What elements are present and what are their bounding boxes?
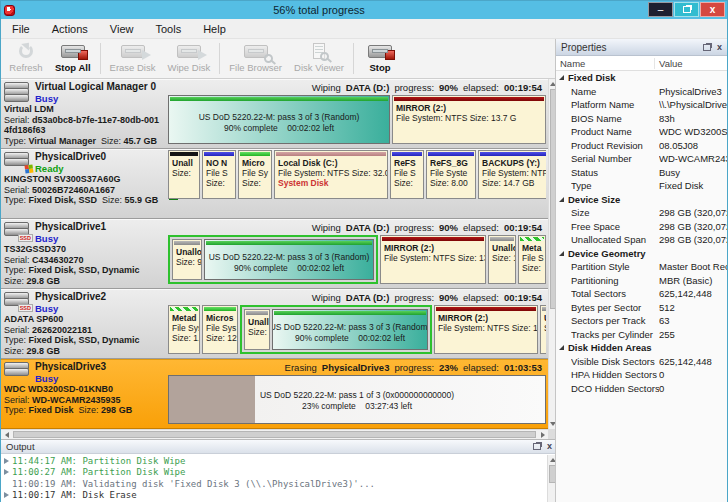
wipe-progress-block[interactable]: US DoD 5220.22-M: pass 3 of 3 (Random) 9… <box>272 309 428 350</box>
partition-block-system[interactable]: Local Disk (C:)File System: NTFS Size: 3… <box>274 150 388 199</box>
scroll-thumb[interactable] <box>13 431 536 438</box>
erase-disk-icon <box>121 45 145 58</box>
property-row[interactable]: Product Revision08.05J08 <box>556 139 727 153</box>
status-badge: Busy <box>35 233 106 244</box>
property-row[interactable]: Total Sectors625,142,448 <box>556 287 727 301</box>
property-row[interactable]: Sectors per Track63 <box>556 314 727 328</box>
disk-row-physicaldrive0[interactable]: PhysicalDrive0 Ready KINGSTON SV300S37A6… <box>1 149 548 219</box>
expander-icon[interactable] <box>559 75 564 80</box>
section-disk-hidden-areas[interactable]: Disk Hidden Areas <box>556 341 727 355</box>
restore-button[interactable] <box>674 2 699 17</box>
disk-model: Virtual LDM <box>4 104 164 115</box>
menu-file[interactable]: File <box>1 23 41 35</box>
property-row[interactable]: HPA Hidden Sectors0 <box>556 368 727 382</box>
property-row[interactable]: PartitioningMBR (Basic) <box>556 274 727 288</box>
close-panel-icon[interactable]: x <box>547 442 552 451</box>
partition-block[interactable]: USi <box>540 305 546 354</box>
disk-row-virtual-manager[interactable]: Virtual Logical Manager 0 Busy Virtual L… <box>1 79 548 149</box>
log-line[interactable]: 11:44:17 AM: Partition Disk Wipe <box>1 455 547 467</box>
disk-row-physicaldrive3-selected[interactable]: PhysicalDrive3 Busy WDC WD3200SD-01KNB0 … <box>1 359 548 429</box>
float-panel-icon[interactable] <box>703 44 711 51</box>
partition-block[interactable]: UnalloSize: 9 <box>172 239 202 280</box>
property-row[interactable]: Free Space298 GB (320,072,93 <box>556 220 727 234</box>
disk-name: PhysicalDrive1 <box>35 221 106 233</box>
partition-block[interactable]: MIRROR (2:)File System: NTFS Size: 13.7 … <box>434 305 538 354</box>
disk-info[interactable]: SSD PhysicalDrive2 Busy ADATA SP600 Seri… <box>1 290 167 358</box>
partition-block[interactable]: MicroFile SySize: <box>238 150 272 199</box>
partition-block[interactable]: MetaFile SSize: <box>518 235 546 284</box>
window-title: 56% total progress <box>1 4 637 16</box>
menu-help[interactable]: Help <box>192 23 237 35</box>
property-row[interactable]: StatusBusy <box>556 166 727 180</box>
partition-block[interactable]: MicrosFile SysSize: 12 <box>202 305 238 354</box>
property-row[interactable]: TypeFixed Disk <box>556 179 727 193</box>
section-device-geometry[interactable]: Device Geometry <box>556 247 727 261</box>
file-browser-button[interactable]: File Browser <box>223 39 288 78</box>
menu-actions[interactable]: Actions <box>41 23 99 35</box>
property-row[interactable]: Serial NumberWD-WCAMR24359 <box>556 152 727 166</box>
close-panel-icon[interactable]: x <box>717 43 722 52</box>
property-row[interactable]: BIOS Name83h <box>556 112 727 126</box>
property-row[interactable]: Platform Name\\.\PhysicalDrive3 <box>556 98 727 112</box>
property-row[interactable]: Product NameWDC WD3200SD-0 <box>556 125 727 139</box>
hdd-disk-icon <box>4 362 31 381</box>
status-badge: Busy <box>35 303 106 314</box>
partition-block[interactable]: UnallSize: <box>244 309 270 350</box>
scroll-right-arrow[interactable] <box>537 430 548 439</box>
log-line[interactable]: 11:00:27 AM: Partition Disk Wipe <box>1 467 547 479</box>
property-row[interactable]: DCO Hidden Sectors0 <box>556 382 727 396</box>
disk-type: Virtual Manager <box>29 136 96 146</box>
wipe-disk-button[interactable]: Wipe Disk <box>161 39 216 78</box>
partition-block[interactable]: UnallSize: <box>168 150 200 199</box>
disk-info[interactable]: PhysicalDrive0 Ready KINGSTON SV300S37A6… <box>1 150 167 218</box>
partition-block[interactable]: NO NFile SSize: <box>202 150 236 199</box>
disk-viewer-button[interactable]: Disk Viewer <box>288 39 350 78</box>
disk-row-physicaldrive2[interactable]: SSD PhysicalDrive2 Busy ADATA SP600 Seri… <box>1 289 548 359</box>
expand-arrow-icon[interactable] <box>4 492 12 498</box>
column-value[interactable]: Value <box>655 58 727 69</box>
float-panel-icon[interactable] <box>533 443 541 450</box>
partition-block[interactable]: UnalloSize: 1 <box>488 235 516 284</box>
wipe-progress-block[interactable]: US DoD 5220.22-M: pass 3 of 3 (Random) 9… <box>204 239 374 280</box>
stop-button[interactable]: Stop <box>357 39 403 78</box>
menu-tools[interactable]: Tools <box>144 23 192 35</box>
erase-disk-button[interactable]: Erase Disk <box>104 39 162 78</box>
property-row[interactable]: Partition StyleMaster Boot Recor <box>556 260 727 274</box>
partition-block[interactable]: ReFS_8GFile SysteSize: 8.00 <box>426 150 476 199</box>
section-fixed-disk[interactable]: Fixed Disk <box>556 71 727 85</box>
disk-list-hscrollbar[interactable] <box>1 429 548 439</box>
expand-arrow-icon[interactable] <box>4 458 12 464</box>
section-device-size[interactable]: Device Size <box>556 193 727 207</box>
property-row[interactable]: Bytes per Sector512 <box>556 301 727 315</box>
disk-info[interactable]: PhysicalDrive3 Busy WDC WD3200SD-01KNB0 … <box>1 360 167 428</box>
property-row[interactable]: Unallocated Span298 GB (320,072,93 <box>556 233 727 247</box>
menu-view[interactable]: View <box>99 23 145 35</box>
stop-all-button[interactable]: Stop All <box>49 39 97 78</box>
refresh-button[interactable]: Refresh <box>3 39 49 78</box>
partition-block[interactable]: MIRROR (2:) File System: NTFS Size: 13.7… <box>392 95 546 144</box>
column-name[interactable]: Name <box>556 58 655 69</box>
partition-block[interactable]: MIRROR (2:)File System: NTFS Size: 13.7 … <box>380 235 486 284</box>
minimize-button[interactable]: – <box>648 2 673 17</box>
expander-icon[interactable] <box>559 251 564 256</box>
partition-block[interactable]: ReFSFile SSize: <box>390 150 424 199</box>
erase-progress-block[interactable]: US DoD 5220.22-M: pass 1 of 3 (0x0000000… <box>168 375 546 424</box>
expander-icon[interactable] <box>559 197 564 202</box>
disk-info[interactable]: Virtual Logical Manager 0 Busy Virtual L… <box>1 80 167 148</box>
scroll-left-arrow[interactable] <box>1 430 12 439</box>
property-row[interactable]: Tracks per Cylinder255 <box>556 328 727 342</box>
property-row[interactable]: NamePhysicalDrive3 <box>556 85 727 99</box>
log-line[interactable]: 11:00:19 AM: Validating disk 'Fixed Disk… <box>1 478 547 490</box>
property-row[interactable]: Size298 GB (320,072,93 <box>556 206 727 220</box>
partition-block[interactable]: MetadFile SysSize: 1.0 <box>168 305 200 354</box>
expander-icon[interactable] <box>559 345 564 350</box>
disk-row-physicaldrive1[interactable]: SSD PhysicalDrive1 Busy TS32GSSD370 Seri… <box>1 219 548 289</box>
property-row[interactable]: Visible Disk Sectors625,142,448 <box>556 355 727 369</box>
close-button[interactable]: x <box>700 2 725 17</box>
disk-info[interactable]: SSD PhysicalDrive1 Busy TS32GSSD370 Seri… <box>1 220 167 288</box>
expand-arrow-icon[interactable] <box>4 469 12 475</box>
disk-name: PhysicalDrive3 <box>35 361 106 373</box>
partition-block[interactable]: BACKUPS (Y:)File System: NTFSSize: 14.7 … <box>478 150 546 199</box>
wipe-progress-block[interactable]: US DoD 5220.22-M: pass 3 of 3 (Random) 9… <box>168 95 390 144</box>
log-line[interactable]: 11:00:17 AM: Disk Erase <box>1 490 547 502</box>
